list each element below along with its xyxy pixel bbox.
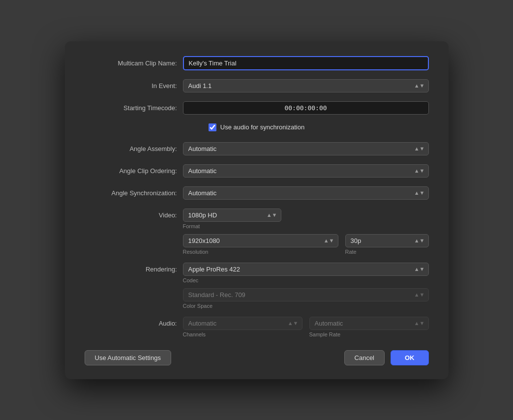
angle-assembly-label: Angle Assembly: (85, 145, 183, 152)
audio-samplerate-select: Automatic (309, 317, 429, 330)
rendering-colorspace-select-wrapper: Standard - Rec. 709 ▲▼ (183, 288, 429, 301)
timecode-control (183, 101, 429, 115)
rendering-colorspace-select: Standard - Rec. 709 (183, 288, 429, 301)
audio-sync-label: Use audio for synchronization (220, 123, 304, 131)
timecode-row: Starting Timecode: (85, 101, 429, 115)
audio-channels-select-wrapper: Automatic ▲▼ (183, 317, 302, 330)
audio-samplerate-col: Automatic ▲▼ Sample Rate (309, 317, 429, 337)
rendering-section-row: Rendering: Apple ProRes 422 ▲▼ Codec Sta… (85, 263, 429, 309)
angle-assembly-select-wrapper: Automatic ▲▼ (183, 142, 429, 155)
in-event-control: Audi 1.1 ▲▼ (183, 79, 429, 92)
video-format-select[interactable]: 1080p HD (183, 209, 281, 222)
video-content: 1080p HD ▲▼ Format 1920x1080 ▲▼ Resoluti… (183, 209, 429, 255)
angle-assembly-row: Angle Assembly: Automatic ▲▼ (85, 142, 429, 155)
audio-channels-col: Automatic ▲▼ Channels (183, 317, 302, 337)
video-res-rate-row: 1920x1080 ▲▼ Resolution 30p ▲▼ Rate (183, 234, 429, 255)
rendering-colorspace-row: Standard - Rec. 709 ▲▼ Color Space (183, 288, 429, 309)
dialog: Multicam Clip Name: In Event: Audi 1.1 ▲… (65, 41, 449, 379)
in-event-select[interactable]: Audi 1.1 (183, 79, 429, 92)
timecode-label: Starting Timecode: (85, 104, 183, 112)
audio-samplerate-select-wrapper: Automatic ▲▼ (309, 317, 429, 330)
audio-channels-select: Automatic (183, 317, 302, 330)
rendering-colorspace-sublabel: Color Space (183, 303, 429, 309)
video-resolution-col: 1920x1080 ▲▼ Resolution (183, 234, 338, 255)
angle-sync-select[interactable]: Automatic (183, 186, 429, 200)
video-resolution-select-wrapper: 1920x1080 ▲▼ (183, 234, 338, 247)
audio-samplerate-sublabel: Sample Rate (309, 331, 429, 337)
ok-button[interactable]: OK (391, 350, 429, 365)
angle-clip-ordering-select-wrapper: Automatic ▲▼ (183, 164, 429, 178)
audio-samplerate-chevron-icon: ▲▼ (414, 321, 425, 326)
video-section-row: Video: 1080p HD ▲▼ Format 1920x1080 (85, 209, 429, 255)
audio-controls-row: Automatic ▲▼ Channels Automatic ▲▼ Sampl… (183, 317, 429, 337)
rendering-content: Apple ProRes 422 ▲▼ Codec Standard - Rec… (183, 263, 429, 309)
video-label: Video: (85, 209, 183, 219)
angle-clip-ordering-select[interactable]: Automatic (183, 164, 429, 178)
rendering-codec-select[interactable]: Apple ProRes 422 (183, 263, 429, 276)
video-rate-sublabel: Rate (345, 249, 429, 255)
angle-sync-label: Angle Synchronization: (85, 189, 183, 197)
video-rate-select-wrapper: 30p ▲▼ (345, 234, 429, 247)
clip-name-label: Multicam Clip Name: (85, 60, 183, 67)
angle-clip-ordering-control: Automatic ▲▼ (183, 164, 429, 178)
audio-label: Audio: (85, 317, 183, 327)
in-event-row: In Event: Audi 1.1 ▲▼ (85, 79, 429, 92)
footer-right-buttons: Cancel OK (344, 350, 429, 365)
video-format-row: 1080p HD ▲▼ Format (183, 209, 429, 229)
video-rate-col: 30p ▲▼ Rate (345, 234, 429, 255)
angle-sync-select-wrapper: Automatic ▲▼ (183, 186, 429, 200)
rendering-colorspace-chevron-icon: ▲▼ (414, 292, 425, 298)
audio-content: Automatic ▲▼ Channels Automatic ▲▼ Sampl… (183, 317, 429, 337)
angle-sync-row: Angle Synchronization: Automatic ▲▼ (85, 186, 429, 200)
angle-clip-ordering-row: Angle Clip Ordering: Automatic ▲▼ (85, 164, 429, 178)
video-format-sublabel: Format (183, 223, 429, 229)
in-event-select-wrapper: Audi 1.1 ▲▼ (183, 79, 429, 92)
video-rate-select[interactable]: 30p (345, 234, 429, 247)
audio-sync-row: Use audio for synchronization (85, 123, 429, 131)
angle-assembly-control: Automatic ▲▼ (183, 142, 429, 155)
video-format-select-wrapper: 1080p HD ▲▼ (183, 209, 281, 222)
in-event-label: In Event: (85, 82, 183, 90)
rendering-codec-sublabel: Codec (183, 277, 429, 283)
angle-assembly-select[interactable]: Automatic (183, 142, 429, 155)
angle-sync-control: Automatic ▲▼ (183, 186, 429, 200)
clip-name-row: Multicam Clip Name: (85, 56, 429, 70)
clip-name-control (183, 56, 429, 70)
angle-clip-ordering-label: Angle Clip Ordering: (85, 167, 183, 175)
audio-section-row: Audio: Automatic ▲▼ Channels Automatic (85, 317, 429, 337)
rendering-codec-select-wrapper: Apple ProRes 422 ▲▼ (183, 263, 429, 276)
rendering-codec-row: Apple ProRes 422 ▲▼ Codec (183, 263, 429, 283)
audio-sync-checkbox[interactable] (209, 123, 216, 131)
audio-channels-sublabel: Channels (183, 331, 302, 337)
timecode-input[interactable] (183, 101, 429, 115)
clip-name-input[interactable] (183, 56, 429, 70)
video-resolution-sublabel: Resolution (183, 249, 338, 255)
video-resolution-select[interactable]: 1920x1080 (183, 234, 338, 247)
dialog-footer: Use Automatic Settings Cancel OK (85, 350, 429, 365)
audio-channels-chevron-icon: ▲▼ (288, 321, 299, 326)
use-automatic-settings-button[interactable]: Use Automatic Settings (85, 350, 171, 365)
rendering-label: Rendering: (85, 263, 183, 273)
cancel-button[interactable]: Cancel (344, 350, 385, 365)
